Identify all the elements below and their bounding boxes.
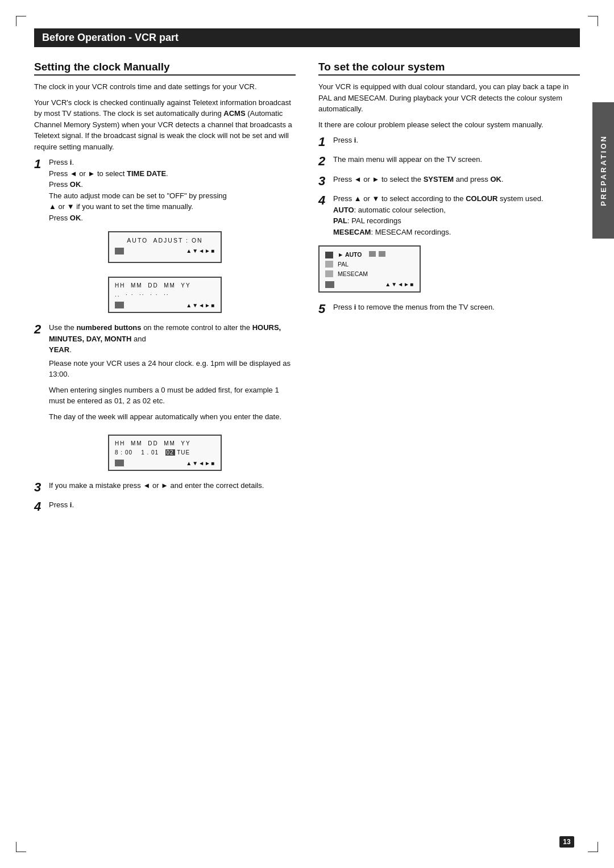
screen1-icon-left: [115, 248, 124, 254]
right-step1-num: 1: [318, 135, 331, 149]
left-para1: The clock in your VCR controls time and …: [34, 81, 296, 93]
right-step4-block: 4 Press ▲ or ▼ to select according to th…: [318, 193, 580, 237]
right-step4-text: Press ▲ or ▼ to select according to the …: [333, 194, 544, 203]
step4-text: Press i.: [49, 500, 74, 509]
corner-mark-bl-v: [16, 842, 16, 852]
colour-screen-row1: ► AUTO: [325, 250, 414, 260]
colour-screen-box: ► AUTO PAL MESECAM: [318, 245, 421, 292]
corner-mark-br-h: [588, 852, 598, 852]
corner-mark-tl-v: [16, 16, 16, 26]
right-step2-text: The main menu will appear on the TV scre…: [333, 155, 482, 164]
screen2-line1: HH MM DD MM YY: [115, 281, 215, 290]
right-para1: Your VCR is equipped with dual colour st…: [318, 81, 580, 115]
screen3-content: HH MM DD MM YY 8 : 00 1 . 01 02 TUE: [115, 439, 215, 457]
colour-screen-row2: PAL: [325, 260, 414, 269]
step1-line2: Press ◄ or ► to select TIME DATE.: [49, 169, 168, 178]
step4-content: Press i.: [49, 499, 296, 511]
step4-num: 4: [34, 499, 47, 514]
right-step4-content: Press ▲ or ▼ to select according to the …: [333, 193, 580, 237]
page-header: Before Operation - VCR part: [34, 28, 580, 47]
side-tab-label: PREPARATION: [599, 135, 608, 206]
right-step2-content: The main menu will appear on the TV scre…: [333, 154, 580, 165]
colour-screen-icon-right: ▲▼◄►■: [385, 281, 414, 287]
right-column: To set the colour system Your VCR is equ…: [318, 61, 580, 518]
left-para2: Your VCR's clock is checked continually …: [34, 97, 296, 153]
colour-auto-label: ► AUTO: [338, 250, 362, 260]
colour-screen-row3: MESECAM: [325, 269, 414, 279]
right-para2: It there are colour problem please selec…: [318, 119, 580, 131]
screen2-content: HH MM DD MM YY .. · · ·· · · ··: [115, 281, 215, 299]
corner-mark-bl-h: [16, 852, 26, 852]
step1-line1: Press i.: [49, 158, 74, 166]
screen3-icon-left: [115, 460, 124, 466]
corner-mark-tr-v: [598, 16, 598, 26]
right-step1-text: Press i.: [333, 136, 358, 144]
right-step5-block: 5 Press i to remove the menus from the T…: [318, 302, 580, 316]
right-step5-num: 5: [318, 302, 331, 316]
screen1-icons: ▲▼◄►■: [115, 248, 215, 254]
colour-screen-icon-left: [325, 281, 334, 288]
corner-mark-br-v: [598, 842, 598, 852]
right-section-heading: To set the colour system: [318, 61, 580, 76]
step1-block: 1 Press i. Press ◄ or ► to select TIME D…: [34, 157, 296, 223]
left-section-heading: Setting the clock Manually: [34, 61, 296, 76]
step2-content: Use the numbered buttons on the remote c…: [49, 322, 296, 427]
step4-block: 4 Press i.: [34, 499, 296, 514]
step1-content: Press i. Press ◄ or ► to select TIME DAT…: [49, 157, 296, 223]
screen3-line1: HH MM DD MM YY: [115, 439, 215, 448]
screen1-content: AUTO ADJUST : ON: [115, 236, 215, 245]
screen1-box: AUTO ADJUST : ON ▲▼◄►■: [108, 231, 222, 263]
step2-para3: The day of the week will appear automati…: [49, 411, 296, 423]
step1-line6: Press OK.: [49, 214, 83, 222]
colour-mesecam-label: MESECAM: [338, 269, 368, 279]
main-content: Setting the clock Manually The clock in …: [34, 61, 580, 518]
right-step3-block: 3 Press ◄ or ► to select the SYSTEM and …: [318, 174, 580, 189]
screen3-line2: 8 : 00 1 . 01 02 TUE: [115, 448, 215, 457]
side-tab: PREPARATION: [592, 102, 614, 239]
screen1-icon-right: ▲▼◄►■: [186, 248, 215, 254]
step3-block: 3 If you make a mistake press ◄ or ► and…: [34, 480, 296, 495]
right-step3-text: Press ◄ or ► to select the SYSTEM and pr…: [333, 175, 504, 183]
page-number: 13: [559, 836, 574, 848]
step3-content: If you make a mistake press ◄ or ► and e…: [49, 480, 296, 491]
right-step1-block: 1 Press i.: [318, 135, 580, 149]
screen2-icon-left: [115, 302, 124, 308]
right-step1-content: Press i.: [333, 135, 580, 146]
step1-line5: ▲ or ▼ if you want to set the time manua…: [49, 202, 193, 211]
right-step3-num: 3: [318, 174, 331, 189]
colour-screen-icons: ▲▼◄►■: [325, 281, 414, 288]
right-step5-content: Press i to remove the menus from the TV …: [333, 302, 580, 313]
step1-num: 1: [34, 157, 47, 172]
colour-screen-icons-right: [368, 250, 386, 260]
corner-mark-tr-h: [588, 16, 598, 16]
left-column: Setting the clock Manually The clock in …: [34, 61, 296, 518]
right-step4-pal: PAL: PAL recordings: [333, 216, 401, 225]
acms-bold: ACMS: [223, 109, 245, 118]
step3-text: If you make a mistake press ◄ or ► and e…: [49, 481, 264, 490]
step2-para1: Please note your VCR uses a 24 hour cloc…: [49, 358, 296, 380]
step2-text: Use the numbered buttons on the remote c…: [49, 323, 281, 354]
step3-num: 3: [34, 480, 47, 495]
screen2-icon-right: ▲▼◄►■: [186, 302, 215, 308]
screen1-line1: AUTO ADJUST : ON: [115, 236, 215, 245]
screen3-icons: ▲▼◄►■: [115, 460, 215, 466]
screen3-icon-right: ▲▼◄►■: [186, 460, 215, 466]
screen2-box: HH MM DD MM YY .. · · ·· · · ·· ▲▼◄►■: [108, 277, 222, 313]
right-step2-num: 2: [318, 154, 331, 169]
right-step5-text: Press i to remove the menus from the TV …: [333, 303, 495, 311]
step1-line4: The auto adjust mode can be set to "OFF"…: [49, 191, 227, 200]
right-step4-mesecam: MESECAM: MESECAM recordings.: [333, 228, 451, 236]
right-step4-num: 4: [318, 193, 331, 208]
screen2-icons: ▲▼◄►■: [115, 302, 215, 308]
right-step3-content: Press ◄ or ► to select the SYSTEM and pr…: [333, 174, 580, 185]
corner-mark-tl-h: [16, 16, 26, 16]
step2-block: 2 Use the numbered buttons on the remote…: [34, 322, 296, 427]
screen2-line2: .. · · ·· · · ··: [115, 290, 215, 299]
right-step4-auto: AUTO: automatic colour selection,: [333, 206, 446, 214]
screen3-box: HH MM DD MM YY 8 : 00 1 . 01 02 TUE ▲▼◄►…: [108, 435, 222, 471]
right-step2-block: 2 The main menu will appear on the TV sc…: [318, 154, 580, 169]
colour-pal-label: PAL: [338, 260, 349, 269]
step2-para2: When entering singles numbers a 0 must b…: [49, 385, 296, 407]
step1-line3: Press OK.: [49, 180, 83, 189]
step2-num: 2: [34, 322, 47, 337]
